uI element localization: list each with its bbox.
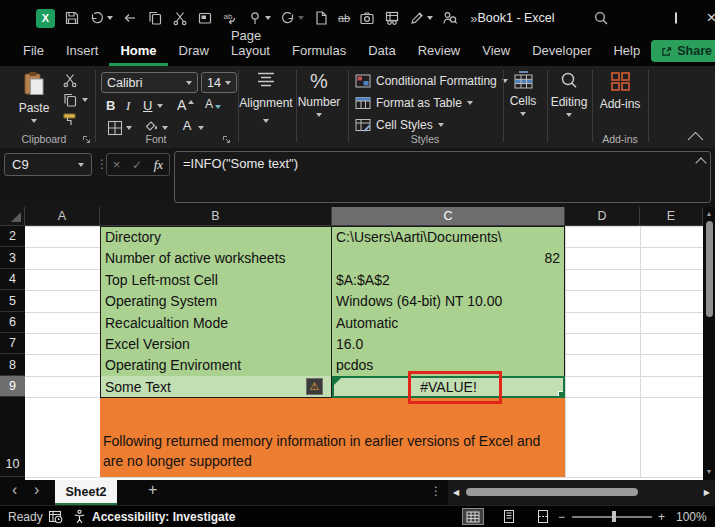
tab-view[interactable]: View (471, 37, 521, 66)
row-header-10[interactable]: 10 (0, 397, 25, 477)
page-layout-view-button[interactable] (498, 508, 520, 525)
font-color-dropdown-icon[interactable] (198, 126, 204, 130)
draw-ink-icon[interactable] (409, 10, 433, 26)
cell-B2[interactable]: Directory (100, 226, 332, 248)
font-dialog-launcher-icon[interactable] (222, 135, 231, 144)
save-icon[interactable] (64, 10, 80, 26)
cell-B3[interactable]: Number of active worksheets (100, 247, 332, 270)
conditional-formatting-button[interactable]: Conditional Formatting (355, 73, 508, 89)
screen-clip-icon[interactable] (359, 10, 375, 26)
cell-C6[interactable]: Automatic (332, 312, 565, 334)
italic-button[interactable]: I (126, 98, 130, 114)
cell-C4[interactable]: $A:$A$2 (332, 269, 565, 291)
formula-input[interactable]: =INFO("Some text") (174, 151, 711, 203)
copy-dropdown-icon[interactable] (82, 98, 88, 102)
cell-B6[interactable]: Recalcualtion Mode (100, 312, 332, 334)
tab-file[interactable]: File (12, 37, 55, 66)
zoom-level[interactable]: 100% (676, 506, 707, 527)
zoom-in-button[interactable]: + (658, 506, 665, 527)
maximize-button[interactable] (675, 12, 677, 24)
horizontal-scrollbar[interactable]: ◀ ▶ (448, 480, 715, 505)
column-header-D[interactable]: D (565, 207, 640, 226)
row-header-2[interactable]: 2 (0, 226, 25, 247)
sheet-next-icon[interactable]: › (34, 481, 39, 499)
excel-logo-icon[interactable]: X (36, 9, 55, 28)
insert-function-button[interactable]: fx (154, 157, 163, 173)
paste-special-icon[interactable] (197, 10, 213, 26)
row-header-8[interactable]: 8 (0, 354, 25, 376)
more-commands-icon[interactable]: » (470, 11, 477, 26)
lookup-people-icon[interactable] (442, 10, 458, 26)
sheet-options-icon[interactable]: ⋮ (430, 484, 442, 498)
tab-data[interactable]: Data (357, 37, 406, 66)
cell-B8[interactable]: Operating Enviroment (100, 354, 332, 377)
fill-color-button[interactable] (143, 119, 159, 131)
paste-dropdown-icon[interactable] (31, 119, 37, 123)
format-painter-button[interactable] (62, 112, 78, 128)
clipboard-dialog-launcher-icon[interactable] (82, 135, 91, 144)
select-all-button[interactable] (0, 207, 25, 226)
cell-B9[interactable]: Some Text (100, 376, 332, 398)
tab-review[interactable]: Review (407, 37, 472, 66)
underline-button[interactable]: U (143, 98, 152, 113)
paste-button[interactable]: Paste (12, 71, 56, 123)
column-header-E[interactable]: E (640, 207, 703, 226)
scroll-left-icon[interactable]: ◀ (453, 488, 459, 497)
tab-formulas[interactable]: Formulas (281, 37, 357, 66)
tab-developer[interactable]: Developer (521, 37, 602, 66)
close-button[interactable]: × (707, 8, 715, 28)
sheet-tab-sheet2[interactable]: Sheet2 (55, 480, 117, 505)
tab-insert[interactable]: Insert (55, 37, 110, 66)
draw-ink-dropdown-icon[interactable] (427, 16, 433, 20)
macro-record-icon[interactable] (48, 506, 63, 527)
copy-icon[interactable] (147, 10, 163, 26)
scroll-down-icon[interactable]: ▼ (703, 468, 715, 475)
row-header-4[interactable]: 4 (0, 269, 25, 290)
zoom-slider-thumb[interactable] (612, 511, 616, 522)
new-document-icon[interactable] (313, 10, 329, 26)
cut-icon[interactable] (172, 10, 188, 26)
column-header-C[interactable]: C (332, 207, 565, 226)
name-box[interactable]: C9 (4, 153, 92, 176)
borders-dropdown-icon[interactable] (126, 126, 132, 130)
cell-B7[interactable]: Excel Version (100, 333, 332, 355)
new-sheet-button[interactable]: + (148, 481, 157, 499)
cell-B4[interactable]: Top Left-most Cell (100, 269, 332, 291)
number-button[interactable]: % Number (295, 71, 343, 117)
row-header-9[interactable]: 9 (0, 376, 25, 397)
row-header-7[interactable]: 7 (0, 333, 25, 354)
format-as-table-button[interactable]: Format as Table (355, 95, 473, 111)
increase-font-button[interactable]: A (177, 97, 194, 113)
accessibility-icon[interactable] (72, 506, 87, 527)
scroll-right-icon[interactable]: ▶ (704, 488, 710, 497)
row-header-3[interactable]: 3 (0, 247, 25, 269)
cell-C7[interactable]: 16.0 (332, 333, 565, 355)
strikethrough-icon[interactable]: ab (338, 12, 350, 24)
search-icon[interactable] (593, 10, 609, 26)
scroll-up-icon[interactable]: ▲ (703, 210, 715, 217)
tab-draw[interactable]: Draw (168, 37, 220, 66)
font-color-button[interactable]: A (180, 118, 194, 133)
enter-button[interactable]: ✓ (132, 158, 142, 172)
normal-view-button[interactable] (462, 508, 484, 525)
undo-icon[interactable] (89, 10, 113, 26)
undo-dropdown-icon[interactable] (107, 16, 113, 20)
touch-mode-dropdown-icon[interactable] (265, 16, 271, 20)
tab-home[interactable]: Home (109, 37, 167, 66)
fill-color-dropdown-icon[interactable] (162, 126, 168, 130)
add-ins-button[interactable]: Add-ins (594, 71, 646, 111)
font-size-select[interactable]: 14 (201, 72, 237, 93)
error-options-button[interactable]: ⚠ (306, 378, 323, 395)
cell-B5[interactable]: Operating System (100, 290, 332, 313)
page-break-preview-button[interactable] (532, 508, 554, 525)
underline-dropdown-icon[interactable] (157, 104, 163, 108)
tab-page-layout[interactable]: Page Layout (220, 22, 281, 66)
column-header-A[interactable]: A (25, 207, 100, 226)
column-header-B[interactable]: B (100, 207, 332, 226)
cell-C2[interactable]: C:\Users\Aarti\Documents\ (332, 226, 565, 248)
editing-button[interactable]: Editing (545, 71, 593, 117)
accessibility-status[interactable]: Accessibility: Investigate (92, 506, 235, 527)
cell-C5[interactable]: Windows (64-bit) NT 10.00 (332, 290, 565, 313)
font-family-select[interactable]: Calibri (101, 72, 198, 93)
vertical-scrollbar[interactable]: ▲ ▼ (703, 207, 715, 480)
